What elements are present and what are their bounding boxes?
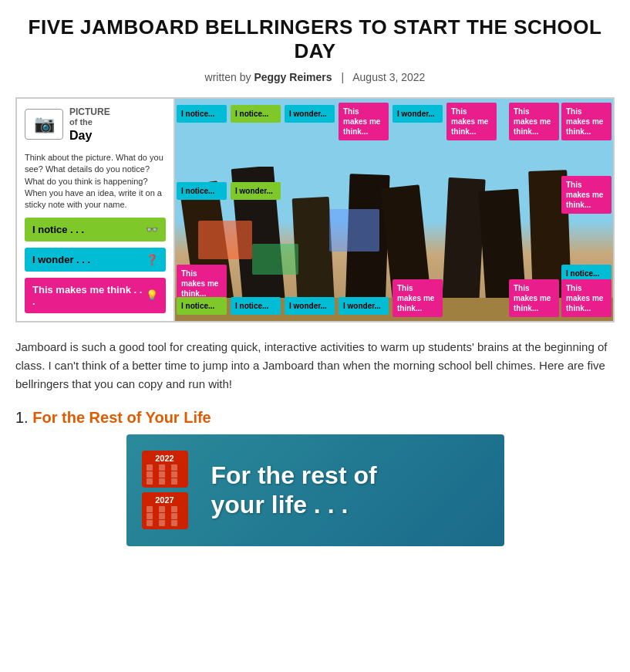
lightbulb-icon: 💡 [146, 289, 158, 301]
image-text: For the rest of your life . . . [204, 453, 504, 528]
jamboard-header: 📷 PICTURE of the Day [25, 106, 166, 143]
byline-prefix: written by [205, 71, 251, 83]
author-link[interactable]: Peggy Reimers [254, 71, 332, 83]
sticky-wonder-2: I wonder... [392, 105, 443, 123]
jamboard-instructions: Think about the picture. What do you see… [25, 152, 166, 211]
calendar-area: 2022 2027 [126, 434, 204, 546]
sticky-think-4: This makes me think... [561, 103, 611, 140]
sticky-think-9: This makes me think... [561, 279, 611, 317]
sticky-think-3: This makes me think... [509, 103, 559, 140]
sticky-think-8: This makes me think... [509, 279, 559, 317]
sticky-notice-5: I notice... [177, 297, 227, 315]
jamboard-right-panel: I notice... I notice... I wonder... This… [175, 99, 613, 321]
picture-day-title: PICTURE of the Day [69, 106, 110, 143]
year-2: 2027 [142, 492, 188, 529]
sticky-think-1: This makes me think... [339, 103, 389, 140]
sticky-notice-1: I notice... [177, 105, 227, 123]
sticky-notice-2: I notice... [231, 105, 281, 123]
sticky-think-5: This makes me think... [561, 176, 611, 214]
article-body: Jamboard is such a good tool for creatin… [15, 338, 615, 393]
separator: | [341, 71, 344, 83]
notice-note: I notice . . . 👓 [25, 218, 166, 241]
glasses-icon: 👓 [146, 224, 158, 235]
sticky-wonder-5: I wonder... [339, 297, 389, 315]
sticky-think-7: This makes me think... [392, 279, 443, 317]
section-title-link[interactable]: For the Rest of Your Life [32, 409, 211, 426]
sticky-notice-3: I notice... [177, 182, 227, 200]
sticky-notice-6: I notice... [231, 297, 281, 315]
question-icon: ❓ [146, 254, 158, 265]
year-1: 2022 [142, 451, 188, 488]
sticky-wonder-3: I wonder... [231, 182, 281, 200]
sticky-think-2: This makes me think... [446, 103, 497, 140]
jamboard-image: 📷 PICTURE of the Day Think about the pic… [15, 97, 615, 322]
page-title: FIVE JAMBOARD BELLRINGERS TO START THE S… [15, 15, 615, 63]
jamboard-left-panel: 📷 PICTURE of the Day Think about the pic… [17, 99, 175, 321]
section-number: 1. [15, 409, 29, 426]
camera-icon: 📷 [25, 109, 63, 140]
image-inner: 2022 2027 For the rest of your life . . … [126, 434, 504, 546]
sticky-wonder-1: I wonder... [285, 105, 335, 123]
sticky-wonder-4: I wonder... [285, 297, 335, 315]
section-1-heading: 1. For the Rest of Your Life [15, 409, 615, 427]
think-note: This makes me think . . . 💡 [25, 278, 166, 313]
byline: written by Peggy Reimers | August 3, 202… [15, 71, 615, 83]
section-1-image: 2022 2027 For the rest of your life . . … [126, 434, 504, 546]
wonder-note: I wonder . . . ❓ [25, 248, 166, 272]
publish-date: August 3, 2022 [352, 71, 425, 83]
